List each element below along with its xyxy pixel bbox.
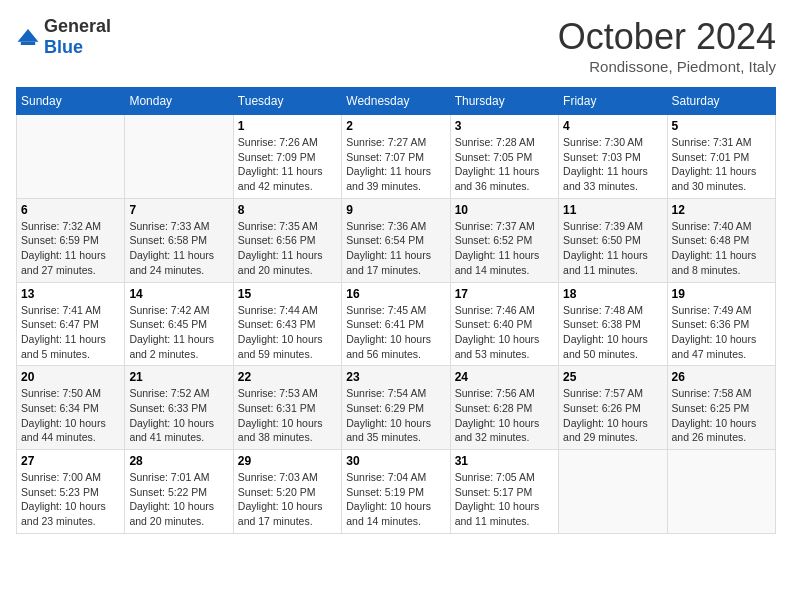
day-number: 15 [238, 287, 337, 301]
calendar-body: 1Sunrise: 7:26 AMSunset: 7:09 PMDaylight… [17, 115, 776, 534]
day-number: 27 [21, 454, 120, 468]
day-number: 14 [129, 287, 228, 301]
day-info: Sunrise: 7:41 AMSunset: 6:47 PMDaylight:… [21, 303, 120, 362]
day-info: Sunrise: 7:26 AMSunset: 7:09 PMDaylight:… [238, 135, 337, 194]
calendar-cell [667, 450, 775, 534]
day-info: Sunrise: 7:27 AMSunset: 7:07 PMDaylight:… [346, 135, 445, 194]
day-info: Sunrise: 7:04 AMSunset: 5:19 PMDaylight:… [346, 470, 445, 529]
day-info: Sunrise: 7:05 AMSunset: 5:17 PMDaylight:… [455, 470, 554, 529]
day-number: 12 [672, 203, 771, 217]
day-number: 21 [129, 370, 228, 384]
calendar-cell: 14Sunrise: 7:42 AMSunset: 6:45 PMDayligh… [125, 282, 233, 366]
day-number: 17 [455, 287, 554, 301]
day-info: Sunrise: 7:35 AMSunset: 6:56 PMDaylight:… [238, 219, 337, 278]
day-number: 10 [455, 203, 554, 217]
day-info: Sunrise: 7:28 AMSunset: 7:05 PMDaylight:… [455, 135, 554, 194]
calendar-cell: 29Sunrise: 7:03 AMSunset: 5:20 PMDayligh… [233, 450, 341, 534]
calendar-cell: 31Sunrise: 7:05 AMSunset: 5:17 PMDayligh… [450, 450, 558, 534]
day-header-tuesday: Tuesday [233, 88, 341, 115]
day-number: 22 [238, 370, 337, 384]
day-number: 1 [238, 119, 337, 133]
week-row-1: 6Sunrise: 7:32 AMSunset: 6:59 PMDaylight… [17, 198, 776, 282]
calendar-cell: 25Sunrise: 7:57 AMSunset: 6:26 PMDayligh… [559, 366, 667, 450]
day-number: 9 [346, 203, 445, 217]
logo-general: General [44, 16, 111, 36]
day-info: Sunrise: 7:31 AMSunset: 7:01 PMDaylight:… [672, 135, 771, 194]
calendar-cell: 21Sunrise: 7:52 AMSunset: 6:33 PMDayligh… [125, 366, 233, 450]
day-info: Sunrise: 7:01 AMSunset: 5:22 PMDaylight:… [129, 470, 228, 529]
day-number: 16 [346, 287, 445, 301]
calendar-cell: 2Sunrise: 7:27 AMSunset: 7:07 PMDaylight… [342, 115, 450, 199]
day-info: Sunrise: 7:50 AMSunset: 6:34 PMDaylight:… [21, 386, 120, 445]
day-number: 13 [21, 287, 120, 301]
calendar-cell: 8Sunrise: 7:35 AMSunset: 6:56 PMDaylight… [233, 198, 341, 282]
day-number: 6 [21, 203, 120, 217]
day-number: 28 [129, 454, 228, 468]
day-info: Sunrise: 7:52 AMSunset: 6:33 PMDaylight:… [129, 386, 228, 445]
day-info: Sunrise: 7:36 AMSunset: 6:54 PMDaylight:… [346, 219, 445, 278]
day-info: Sunrise: 7:56 AMSunset: 6:28 PMDaylight:… [455, 386, 554, 445]
week-row-0: 1Sunrise: 7:26 AMSunset: 7:09 PMDaylight… [17, 115, 776, 199]
day-info: Sunrise: 7:42 AMSunset: 6:45 PMDaylight:… [129, 303, 228, 362]
calendar-cell: 15Sunrise: 7:44 AMSunset: 6:43 PMDayligh… [233, 282, 341, 366]
calendar-cell: 30Sunrise: 7:04 AMSunset: 5:19 PMDayligh… [342, 450, 450, 534]
week-row-2: 13Sunrise: 7:41 AMSunset: 6:47 PMDayligh… [17, 282, 776, 366]
day-number: 29 [238, 454, 337, 468]
day-info: Sunrise: 7:54 AMSunset: 6:29 PMDaylight:… [346, 386, 445, 445]
day-number: 4 [563, 119, 662, 133]
calendar-cell: 9Sunrise: 7:36 AMSunset: 6:54 PMDaylight… [342, 198, 450, 282]
day-number: 2 [346, 119, 445, 133]
day-info: Sunrise: 7:30 AMSunset: 7:03 PMDaylight:… [563, 135, 662, 194]
day-number: 18 [563, 287, 662, 301]
logo-icon [16, 27, 40, 47]
month-title: October 2024 [558, 16, 776, 58]
calendar-cell: 6Sunrise: 7:32 AMSunset: 6:59 PMDaylight… [17, 198, 125, 282]
calendar-cell: 3Sunrise: 7:28 AMSunset: 7:05 PMDaylight… [450, 115, 558, 199]
calendar-cell: 13Sunrise: 7:41 AMSunset: 6:47 PMDayligh… [17, 282, 125, 366]
day-number: 19 [672, 287, 771, 301]
day-header-friday: Friday [559, 88, 667, 115]
page-header: General Blue October 2024 Rondissone, Pi… [16, 16, 776, 75]
calendar-table: SundayMondayTuesdayWednesdayThursdayFrid… [16, 87, 776, 534]
day-info: Sunrise: 7:46 AMSunset: 6:40 PMDaylight:… [455, 303, 554, 362]
calendar-cell: 7Sunrise: 7:33 AMSunset: 6:58 PMDaylight… [125, 198, 233, 282]
calendar-cell: 5Sunrise: 7:31 AMSunset: 7:01 PMDaylight… [667, 115, 775, 199]
day-number: 3 [455, 119, 554, 133]
day-header-thursday: Thursday [450, 88, 558, 115]
location: Rondissone, Piedmont, Italy [558, 58, 776, 75]
calendar-header-row: SundayMondayTuesdayWednesdayThursdayFrid… [17, 88, 776, 115]
calendar-cell: 18Sunrise: 7:48 AMSunset: 6:38 PMDayligh… [559, 282, 667, 366]
title-block: October 2024 Rondissone, Piedmont, Italy [558, 16, 776, 75]
calendar-cell: 26Sunrise: 7:58 AMSunset: 6:25 PMDayligh… [667, 366, 775, 450]
day-info: Sunrise: 7:44 AMSunset: 6:43 PMDaylight:… [238, 303, 337, 362]
calendar-cell [17, 115, 125, 199]
calendar-cell [125, 115, 233, 199]
calendar-cell: 20Sunrise: 7:50 AMSunset: 6:34 PMDayligh… [17, 366, 125, 450]
calendar-cell: 11Sunrise: 7:39 AMSunset: 6:50 PMDayligh… [559, 198, 667, 282]
calendar-cell: 24Sunrise: 7:56 AMSunset: 6:28 PMDayligh… [450, 366, 558, 450]
day-info: Sunrise: 7:00 AMSunset: 5:23 PMDaylight:… [21, 470, 120, 529]
calendar-cell: 4Sunrise: 7:30 AMSunset: 7:03 PMDaylight… [559, 115, 667, 199]
day-header-saturday: Saturday [667, 88, 775, 115]
calendar-cell: 12Sunrise: 7:40 AMSunset: 6:48 PMDayligh… [667, 198, 775, 282]
day-number: 20 [21, 370, 120, 384]
svg-marker-0 [18, 29, 39, 42]
day-info: Sunrise: 7:32 AMSunset: 6:59 PMDaylight:… [21, 219, 120, 278]
week-row-4: 27Sunrise: 7:00 AMSunset: 5:23 PMDayligh… [17, 450, 776, 534]
calendar-cell: 22Sunrise: 7:53 AMSunset: 6:31 PMDayligh… [233, 366, 341, 450]
day-number: 11 [563, 203, 662, 217]
day-header-wednesday: Wednesday [342, 88, 450, 115]
day-info: Sunrise: 7:33 AMSunset: 6:58 PMDaylight:… [129, 219, 228, 278]
calendar-cell: 17Sunrise: 7:46 AMSunset: 6:40 PMDayligh… [450, 282, 558, 366]
calendar-cell [559, 450, 667, 534]
day-info: Sunrise: 7:58 AMSunset: 6:25 PMDaylight:… [672, 386, 771, 445]
day-info: Sunrise: 7:45 AMSunset: 6:41 PMDaylight:… [346, 303, 445, 362]
day-info: Sunrise: 7:57 AMSunset: 6:26 PMDaylight:… [563, 386, 662, 445]
day-number: 26 [672, 370, 771, 384]
day-info: Sunrise: 7:03 AMSunset: 5:20 PMDaylight:… [238, 470, 337, 529]
svg-rect-1 [21, 42, 35, 45]
calendar-cell: 23Sunrise: 7:54 AMSunset: 6:29 PMDayligh… [342, 366, 450, 450]
calendar-cell: 27Sunrise: 7:00 AMSunset: 5:23 PMDayligh… [17, 450, 125, 534]
day-number: 25 [563, 370, 662, 384]
day-number: 7 [129, 203, 228, 217]
